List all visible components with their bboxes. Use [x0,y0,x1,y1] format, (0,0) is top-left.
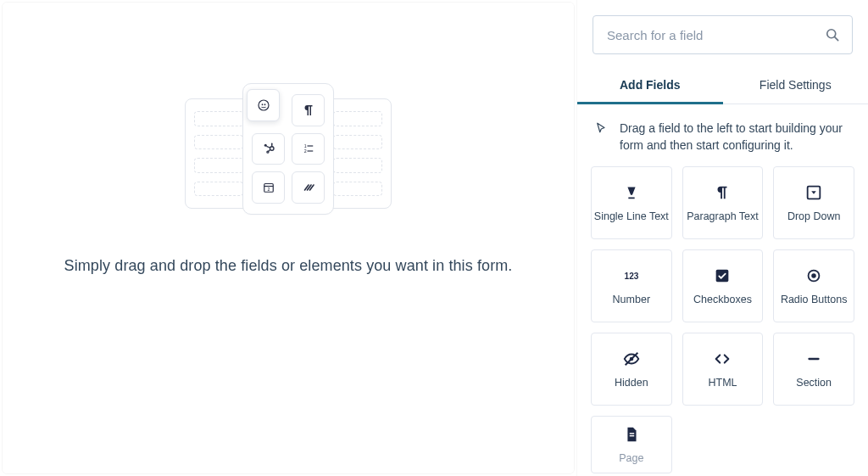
pilcrow-icon [713,183,732,202]
field-drop-down[interactable]: Drop Down [773,166,854,239]
sidebar: Add Fields Field Settings Drag a field t… [576,0,868,476]
stripes-icon [292,171,325,204]
field-paragraph-text[interactable]: Paragraph Text [682,166,764,239]
code-icon [713,350,732,368]
field-section[interactable]: Section [773,333,854,406]
field-label: Number [613,294,650,305]
field-page[interactable]: Page [591,416,672,473]
field-label: Single Line Text [594,210,669,222]
tab-add-fields[interactable]: Add Fields [577,64,723,104]
field-label: Drop Down [787,210,841,222]
minus-icon [804,350,823,368]
field-label: HTML [708,377,737,389]
field-label: Radio Buttons [781,294,848,305]
field-html[interactable]: HTML [682,333,764,406]
empty-state-caption: Simply drag and drop the fields or eleme… [64,257,513,275]
cursor-icon [594,121,609,154]
field-label: Checkboxes [693,294,752,305]
calendar-icon [252,171,285,204]
tab-field-settings[interactable]: Field Settings [723,64,869,104]
field-label: Paragraph Text [687,210,759,222]
page-icon [622,425,641,444]
empty-state-illustration [178,83,398,223]
search-icon [824,26,841,43]
field-label: Page [619,452,643,464]
checkbox-icon [713,266,732,285]
sidebar-tabs: Add Fields Field Settings [577,64,868,104]
field-single-line-text[interactable]: Single Line Text [591,166,672,239]
field-hidden[interactable]: Hidden [591,333,672,406]
radio-icon [804,266,823,285]
hint-row: Drag a field to the left to start buildi… [577,104,868,166]
field-label: Hidden [615,377,648,389]
field-radio-buttons[interactable]: Radio Buttons [773,249,854,322]
dropdown-box-icon [804,183,823,202]
hubspot-icon [252,133,285,165]
mailchimp-icon [247,89,280,121]
form-canvas[interactable]: Simply drag and drop the fields or eleme… [2,2,575,474]
fields-panel: Single Line TextParagraph TextDrop DownN… [577,166,868,476]
field-number[interactable]: Number [591,249,672,322]
pilcrow-icon [292,94,325,126]
text-underline-icon [622,183,641,202]
eye-off-icon [622,350,641,368]
hint-text: Drag a field to the left to start buildi… [620,120,851,154]
field-checkboxes[interactable]: Checkboxes [682,249,764,322]
one-two-three-icon [622,266,641,285]
search-input[interactable] [593,15,853,54]
field-label: Section [796,377,832,389]
ordered-list-icon [292,133,325,165]
search-field [593,15,853,54]
